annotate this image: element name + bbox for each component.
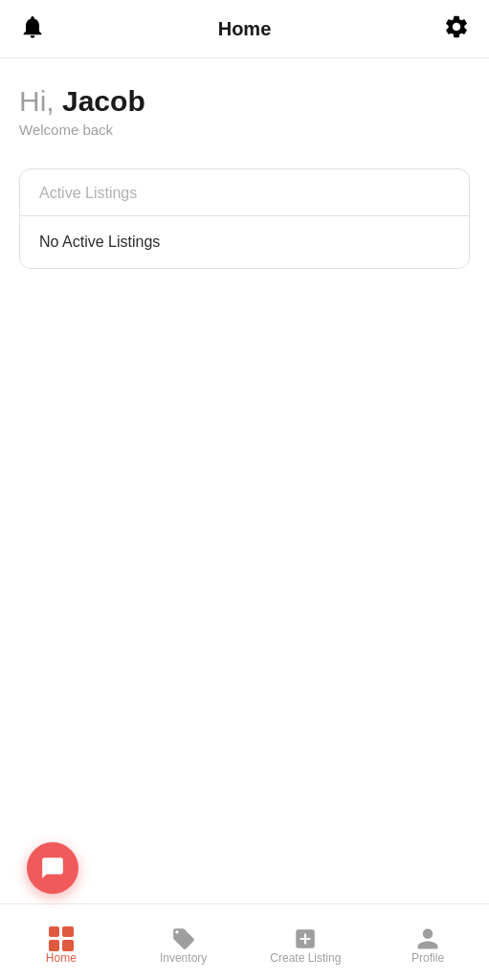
greeting-hi: Hi, [19, 85, 62, 117]
nav-item-home[interactable]: Home [0, 921, 122, 965]
greeting-section: Hi, Jacob Welcome back [0, 58, 489, 147]
settings-icon[interactable] [443, 13, 470, 44]
nav-label-profile: Profile [411, 951, 444, 965]
nav-item-profile[interactable]: Profile [367, 921, 489, 965]
active-listings-card: Active Listings No Active Listings [19, 168, 470, 269]
active-listings-header: Active Listings [20, 169, 469, 216]
app-header: Home [0, 0, 489, 58]
greeting-sub: Welcome back [19, 122, 470, 138]
chat-fab-button[interactable] [27, 842, 78, 894]
nav-label-home: Home [46, 951, 77, 965]
profile-icon [415, 926, 440, 951]
create-listing-icon [293, 926, 318, 951]
page-title: Home [218, 18, 272, 40]
home-icon [49, 926, 74, 951]
inventory-icon [171, 926, 196, 951]
bell-icon[interactable] [19, 13, 46, 44]
nav-label-inventory: Inventory [160, 951, 207, 965]
greeting-name: Jacob [62, 85, 145, 117]
nav-item-inventory[interactable]: Inventory [122, 921, 245, 965]
active-listings-body: No Active Listings [20, 216, 469, 268]
nav-label-create-listing: Create Listing [270, 951, 341, 965]
chat-icon [40, 856, 65, 880]
bottom-navigation: Home Inventory Create Listing Profile [0, 903, 489, 980]
nav-item-create-listing[interactable]: Create Listing [245, 921, 367, 965]
